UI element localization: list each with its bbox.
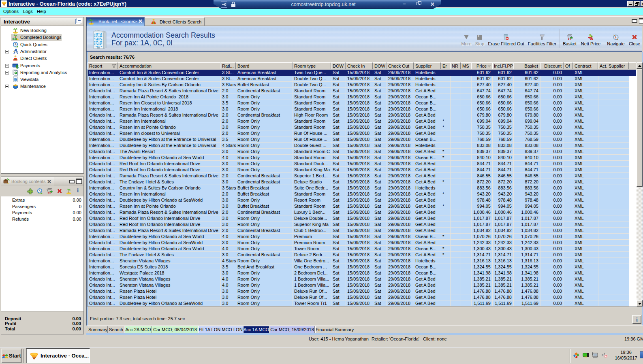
svg-text:$: $ <box>589 34 591 38</box>
svg-text:$: $ <box>16 64 19 69</box>
